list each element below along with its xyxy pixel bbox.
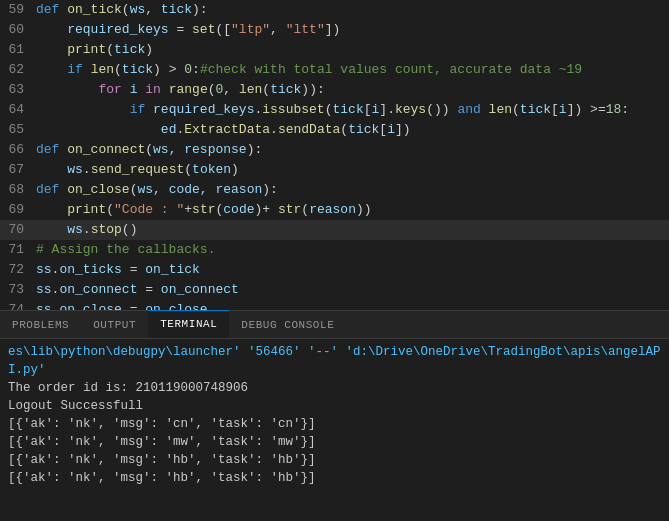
token-fn: set bbox=[192, 22, 215, 37]
token-var: tick bbox=[270, 82, 301, 97]
token-var: on_close bbox=[145, 302, 207, 310]
code-line: 68def on_close(ws, code, reason): bbox=[0, 180, 669, 200]
token-punc: ( bbox=[512, 102, 520, 117]
token-fn: sendData bbox=[278, 122, 340, 137]
editor-container: 59def on_tick(ws, tick):60 required_keys… bbox=[0, 0, 669, 310]
line-number: 65 bbox=[0, 120, 36, 140]
token-str: "ltt" bbox=[286, 22, 325, 37]
token-punc: ( bbox=[325, 102, 333, 117]
token-punc: ): bbox=[247, 142, 263, 157]
token-comment: #check with total values count, accurate… bbox=[200, 62, 582, 77]
terminal-area[interactable]: es\lib\python\debugpy\launcher' '56466' … bbox=[0, 339, 669, 521]
line-number: 67 bbox=[0, 160, 36, 180]
code-line: 72ss.on_ticks = on_tick bbox=[0, 260, 669, 280]
line-number: 74 bbox=[0, 300, 36, 310]
terminal-line: [{'ak': 'nk', 'msg': 'cn', 'task': 'cn'}… bbox=[8, 415, 661, 433]
token-fn: str bbox=[270, 202, 301, 217]
line-number: 72 bbox=[0, 260, 36, 280]
token-punc: . bbox=[83, 162, 91, 177]
tab-debug-console[interactable]: DEBUG CONSOLE bbox=[229, 310, 346, 338]
line-number: 71 bbox=[0, 240, 36, 260]
token-num: 0 bbox=[184, 62, 192, 77]
tab-terminal[interactable]: TERMINAL bbox=[148, 310, 229, 338]
token-var: tick bbox=[122, 62, 153, 77]
token-var: token bbox=[192, 162, 231, 177]
token-kw2: for bbox=[98, 82, 129, 97]
token-var: ss bbox=[36, 282, 52, 297]
token-var: on_tick bbox=[145, 262, 200, 277]
token-fn: print bbox=[67, 42, 106, 57]
token-fn: len bbox=[239, 82, 262, 97]
line-content: print(tick) bbox=[36, 40, 669, 60]
token-punc: [ bbox=[551, 102, 559, 117]
tab-problems[interactable]: PROBLEMS bbox=[0, 310, 81, 338]
token-punc: ) bbox=[145, 42, 153, 57]
token-kw: def bbox=[36, 182, 67, 197]
token-var: ss bbox=[36, 262, 52, 277]
token-punc: ()) bbox=[426, 102, 457, 117]
code-line: 62 if len(tick) > 0:#check with total va… bbox=[0, 60, 669, 80]
line-content: ed.ExtractData.sendData(tick[i]) bbox=[36, 120, 669, 140]
token-param: ws, tick bbox=[130, 2, 192, 17]
line-content: ws.send_request(token) bbox=[36, 160, 669, 180]
line-number: 70 bbox=[0, 220, 36, 240]
token-var: on_connect bbox=[161, 282, 239, 297]
line-content: required_keys = set(["ltp", "ltt"]) bbox=[36, 20, 669, 40]
token-op bbox=[36, 102, 130, 117]
token-punc: + bbox=[184, 202, 192, 217]
token-var: tick bbox=[333, 102, 364, 117]
token-op bbox=[36, 162, 67, 177]
code-line: 60 required_keys = set(["ltp", "ltt"]) bbox=[0, 20, 669, 40]
token-fn: range bbox=[169, 82, 208, 97]
line-content: if len(tick) > 0:#check with total value… bbox=[36, 60, 669, 80]
token-var: i bbox=[387, 122, 395, 137]
line-content: # Assign the callbacks. bbox=[36, 240, 669, 260]
tab-output[interactable]: OUTPUT bbox=[81, 310, 148, 338]
terminal-line: [{'ak': 'nk', 'msg': 'hb', 'task': 'hb'}… bbox=[8, 469, 661, 487]
token-op bbox=[36, 42, 67, 57]
token-op bbox=[36, 22, 67, 37]
token-var: ws bbox=[67, 222, 83, 237]
code-line: 64 if required_keys.issubset(tick[i].key… bbox=[0, 100, 669, 120]
token-punc: ( bbox=[106, 202, 114, 217]
token-punc: = bbox=[122, 262, 145, 277]
token-num: 18 bbox=[606, 102, 622, 117]
line-number: 68 bbox=[0, 180, 36, 200]
token-punc: ( bbox=[184, 162, 192, 177]
token-punc: ( bbox=[301, 202, 309, 217]
token-punc: ): bbox=[192, 2, 208, 17]
line-content: ss.on_connect = on_connect bbox=[36, 280, 669, 300]
token-kw: if bbox=[67, 62, 90, 77]
line-number: 66 bbox=[0, 140, 36, 160]
line-number: 59 bbox=[0, 0, 36, 20]
token-punc: ) > bbox=[153, 62, 184, 77]
token-punc: [ bbox=[379, 122, 387, 137]
token-punc: )): bbox=[301, 82, 324, 97]
token-var: on_ticks bbox=[59, 262, 121, 277]
token-punc: ( bbox=[114, 62, 122, 77]
token-fn: stop bbox=[91, 222, 122, 237]
token-punc: : bbox=[192, 62, 200, 77]
line-number: 69 bbox=[0, 200, 36, 220]
line-content: def on_connect(ws, response): bbox=[36, 140, 669, 160]
token-punc: ( bbox=[106, 42, 114, 57]
line-content: ws.stop() bbox=[36, 220, 669, 240]
terminal-line: es\lib\python\debugpy\launcher' '56466' … bbox=[8, 343, 661, 379]
token-punc: . bbox=[270, 122, 278, 137]
token-punc: ( bbox=[122, 2, 130, 17]
token-punc: . bbox=[83, 222, 91, 237]
token-var: on_close bbox=[59, 302, 121, 310]
token-str: "Code : " bbox=[114, 202, 184, 217]
token-punc: )+ bbox=[255, 202, 271, 217]
token-var: code bbox=[223, 202, 254, 217]
token-punc: ( bbox=[208, 82, 216, 97]
token-var: tick bbox=[348, 122, 379, 137]
token-var: required_keys bbox=[153, 102, 254, 117]
code-line: 59def on_tick(ws, tick): bbox=[0, 0, 669, 20]
token-fn: str bbox=[192, 202, 215, 217]
token-var: ed bbox=[161, 122, 177, 137]
token-fn: on_close bbox=[67, 182, 129, 197]
code-line: 71# Assign the callbacks. bbox=[0, 240, 669, 260]
line-number: 73 bbox=[0, 280, 36, 300]
terminal-line: Logout Successfull bbox=[8, 397, 661, 415]
